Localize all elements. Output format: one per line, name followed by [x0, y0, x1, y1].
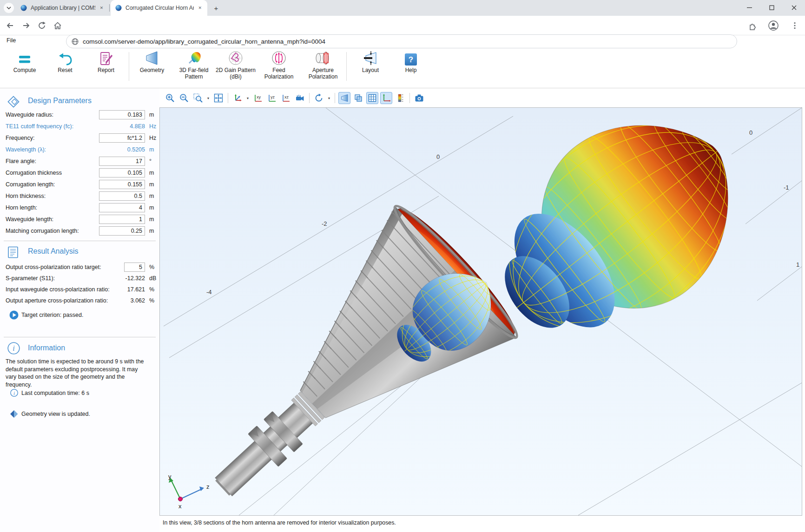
param-label: Horn length: — [6, 203, 37, 213]
geometry-button[interactable]: Geometry — [133, 48, 171, 74]
param-label: Waveguide radius: — [6, 110, 53, 120]
tick-label: 0 — [436, 153, 440, 160]
reset-button[interactable]: Reset — [46, 48, 84, 74]
toolbar-separator — [228, 93, 228, 103]
zoom-out-button[interactable] — [178, 92, 190, 104]
screenshot-button[interactable] — [413, 92, 425, 104]
scene-light-icon — [295, 93, 305, 103]
tick-label: -4 — [206, 289, 212, 296]
rotate-icon — [314, 93, 324, 103]
tab-close-icon[interactable]: ✕ — [197, 4, 204, 12]
rotate-view-button[interactable] — [313, 92, 325, 104]
corrugation-thickness-input[interactable] — [99, 168, 145, 177]
information-paragraph: The solution time is expected to be arou… — [6, 358, 144, 388]
comsol-favicon — [20, 5, 27, 11]
aperture-polarization-button[interactable]: Aperture Polarization — [302, 48, 344, 80]
comsol-favicon — [115, 5, 122, 11]
window-minimize-button[interactable] — [738, 0, 760, 15]
reload-button[interactable] — [35, 19, 48, 32]
waveguide-radius-input[interactable] — [99, 110, 145, 119]
maximize-icon — [769, 5, 774, 10]
zoom-box-icon — [193, 93, 203, 103]
tick-label: 0 — [749, 129, 752, 136]
param-unit: m — [149, 226, 154, 236]
new-tab-button[interactable]: + — [211, 3, 221, 13]
graphics-canvas[interactable]: 0 -2 -4 0 -1 1 — [159, 107, 802, 516]
extensions-button[interactable] — [746, 19, 759, 32]
2d-gain-pattern-icon — [228, 50, 244, 66]
param-unit: ° — [149, 156, 152, 166]
rotate-dropdown[interactable]: ▾ — [327, 96, 331, 100]
home-button[interactable] — [51, 19, 64, 32]
param-row: Horn length: m — [0, 203, 159, 213]
waveguide-length-input[interactable] — [99, 215, 145, 224]
view-xz-icon: xz — [281, 93, 291, 103]
view-xz-button[interactable]: xz — [280, 92, 292, 104]
url-bar[interactable]: comsol.com/server-demo/app/library_corru… — [66, 34, 737, 48]
file-menu[interactable]: File — [7, 37, 16, 44]
show-axes-toggle[interactable] — [380, 92, 392, 104]
show-geometry-toggle[interactable] — [338, 92, 350, 104]
frequency-input[interactable] — [99, 133, 145, 143]
toolbar-separator — [309, 93, 310, 103]
window-maximize-button[interactable] — [760, 0, 783, 15]
gain-2d-button[interactable]: 2D Gain Pattern (dBi) — [215, 48, 256, 80]
matching-corrugation-length-input[interactable] — [99, 226, 145, 236]
design-parameters-icon — [7, 96, 20, 110]
flare-angle-input[interactable] — [99, 157, 145, 166]
result-label: S-parameter (S11): — [6, 273, 55, 283]
cross-polarization-target-input[interactable] — [124, 263, 145, 272]
far-field-3d-button[interactable]: 3D Far-field Pattern — [173, 48, 214, 80]
param-label: Waveguide length: — [6, 214, 53, 224]
tab-application-library[interactable]: Application Library | COMSOL S ✕ — [16, 0, 109, 16]
minimize-icon — [747, 5, 752, 10]
site-info-globe-icon — [72, 38, 79, 45]
browser-tab-strip: Application Library | COMSOL S ✕ Corruga… — [0, 0, 805, 16]
chevron-down-icon — [7, 7, 11, 9]
layout-button[interactable]: Layout — [352, 48, 389, 74]
result-row: Output aperture cross-polarization ratio… — [0, 296, 159, 306]
kebab-menu-icon — [791, 21, 799, 30]
home-icon — [53, 21, 62, 30]
zoom-box-dropdown[interactable]: ▾ — [206, 96, 211, 100]
tick-label: -2 — [322, 220, 327, 227]
color-legend-toggle[interactable] — [394, 92, 406, 104]
param-label: TE11 cutoff frequency (fc): — [6, 121, 73, 131]
section-divider — [4, 241, 156, 241]
view-xy-icon: xy — [253, 93, 263, 103]
default-view-dropdown[interactable]: ▾ — [245, 96, 250, 100]
help-button[interactable]: ? Help — [392, 48, 429, 74]
transparency-toggle[interactable] — [352, 92, 364, 104]
param-row: Corrugation length: m — [0, 179, 159, 190]
tab-horn-antenna[interactable]: Corrugated Circular Horn Anten ✕ — [111, 0, 207, 16]
profile-avatar-button[interactable] — [767, 19, 780, 32]
view-yz-button[interactable]: yz — [266, 92, 278, 104]
geometry-updated-row: Geometry view is updated. — [0, 409, 159, 420]
param-label: Horn thickness: — [6, 191, 46, 201]
feed-polarization-button[interactable]: Feed Polarization — [259, 48, 299, 80]
3d-scene[interactable]: 0 -2 -4 0 -1 1 — [160, 108, 802, 515]
zoom-box-button[interactable] — [192, 92, 204, 104]
browser-menu-button[interactable] — [788, 19, 801, 32]
zoom-extents-button[interactable] — [212, 92, 224, 104]
corrugation-length-input[interactable] — [99, 180, 145, 189]
view-xy-button[interactable]: xy — [252, 92, 264, 104]
horn-thickness-input[interactable] — [99, 191, 145, 201]
back-icon — [6, 21, 15, 30]
zoom-in-button[interactable] — [164, 92, 176, 104]
close-icon — [792, 5, 797, 10]
horn-length-input[interactable] — [99, 203, 145, 212]
forward-button[interactable] — [20, 19, 33, 32]
geometry-updated-text: Geometry view is updated. — [21, 409, 90, 419]
report-button[interactable]: Report — [87, 48, 125, 74]
compute-button[interactable]: Compute — [6, 48, 43, 74]
default-view-button[interactable] — [231, 92, 244, 104]
scene-light-button[interactable] — [294, 92, 306, 104]
tab-title: Corrugated Circular Horn Anten — [125, 5, 194, 11]
tab-close-icon[interactable]: ✕ — [98, 4, 105, 12]
triad-z-label: z — [206, 483, 210, 490]
tab-search-button[interactable] — [4, 3, 14, 13]
back-button[interactable] — [4, 19, 17, 32]
show-grid-toggle[interactable] — [366, 92, 378, 104]
window-close-button[interactable] — [783, 0, 805, 15]
